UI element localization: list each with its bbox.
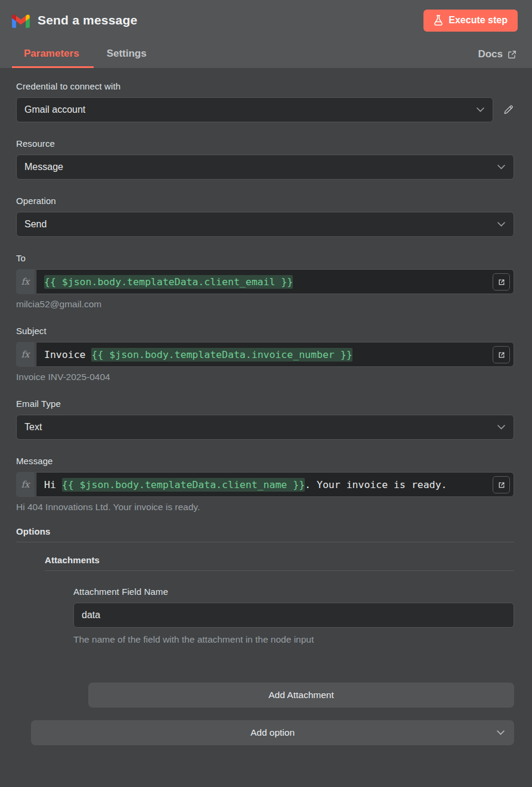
subject-expression-row: fx Invoice {{ $json.body.templateData.in…	[16, 342, 514, 367]
fx-label: fx	[21, 349, 29, 360]
operation-select[interactable]: Send	[16, 212, 514, 237]
field-to: To fx {{ $json.body.templateData.client_…	[16, 253, 514, 310]
subject-expression-input[interactable]: Invoice {{ $json.body.templateData.invoi…	[36, 342, 514, 367]
fx-label: fx	[21, 479, 29, 490]
field-email-type: Email Type Text	[16, 399, 514, 440]
expand-icon	[497, 351, 506, 359]
to-resolved-value: milcia52@gmail.com	[16, 299, 514, 310]
expand-expression-button[interactable]	[493, 346, 510, 363]
tab-settings-label: Settings	[107, 48, 147, 60]
to-label: To	[16, 253, 514, 263]
options-divider	[16, 542, 514, 542]
panel-header: Send a message Execute step Parameters S…	[0, 0, 532, 68]
message-expression-input[interactable]: Hi {{ $json.body.templateData.client_nam…	[36, 472, 514, 497]
tab-settings[interactable]: Settings	[94, 41, 160, 68]
add-attachment-button[interactable]: Add Attachment	[88, 683, 514, 708]
fx-toggle[interactable]: fx	[16, 472, 35, 497]
to-expression-input[interactable]: {{ $json.body.templateData.client_email …	[36, 269, 514, 294]
docs-link[interactable]: Docs	[478, 41, 518, 68]
subject-expression-token: {{ $json.body.templateData.invoice_numbe…	[91, 348, 352, 362]
fx-toggle[interactable]: fx	[16, 342, 35, 367]
add-option-label: Add option	[41, 727, 505, 738]
gmail-icon	[12, 13, 30, 29]
attachment-field-name-help: The name of the field with the attachmen…	[73, 634, 514, 645]
external-link-icon	[508, 50, 516, 59]
parameters-panel: Credential to connect with Gmail account…	[0, 68, 532, 745]
field-subject: Subject fx Invoice {{ $json.body.templat…	[16, 326, 514, 382]
attachments-header: Attachments	[45, 555, 514, 565]
operation-value: Send	[24, 219, 497, 230]
operation-label: Operation	[16, 196, 514, 206]
pencil-icon	[502, 104, 514, 116]
attachments-divider	[45, 570, 514, 571]
chevron-down-icon	[497, 222, 505, 227]
credential-label: Credential to connect with	[16, 81, 514, 91]
email-type-select[interactable]: Text	[16, 415, 514, 440]
tab-parameters-label: Parameters	[24, 48, 79, 60]
message-expression-text: Hi {{ $json.body.templateData.client_nam…	[44, 479, 447, 490]
credential-value: Gmail account	[24, 104, 477, 115]
message-expression-suffix: . Your invoice is ready.	[305, 479, 447, 490]
field-message: Message fx Hi {{ $json.body.templateData…	[16, 456, 514, 513]
field-resource: Resource Message	[16, 138, 514, 180]
to-expression-token: {{ $json.body.templateData.client_email …	[44, 275, 293, 289]
add-attachment-label: Add Attachment	[268, 690, 333, 700]
expand-expression-button[interactable]	[493, 476, 510, 493]
expand-icon	[497, 278, 506, 286]
message-expression-row: fx Hi {{ $json.body.templateData.client_…	[16, 472, 514, 497]
add-option-button[interactable]: Add option	[31, 720, 514, 745]
chevron-down-icon	[477, 107, 484, 112]
fx-label: fx	[21, 276, 29, 287]
subject-label: Subject	[16, 326, 514, 336]
edit-credential-button[interactable]	[502, 104, 514, 116]
expand-expression-button[interactable]	[493, 273, 510, 291]
chevron-down-icon	[497, 730, 505, 735]
email-type-value: Text	[24, 422, 497, 433]
docs-label: Docs	[478, 48, 503, 60]
attachments-collection: Attachments Attachment Field Name The na…	[45, 555, 514, 708]
subject-expression-text: Invoice {{ $json.body.templateData.invoi…	[44, 349, 352, 360]
subject-resolved-value: Invoice INV-2025-0404	[16, 372, 514, 382]
fx-toggle[interactable]: fx	[16, 269, 35, 294]
attachment-field-name-group: Attachment Field Name The name of the fi…	[73, 587, 514, 645]
message-expression-prefix: Hi	[44, 479, 62, 490]
resource-value: Message	[24, 162, 497, 172]
node-title: Send a message	[38, 13, 137, 27]
flask-icon	[434, 15, 443, 26]
attachment-field-name-label: Attachment Field Name	[73, 587, 514, 597]
expand-icon	[497, 481, 506, 489]
tab-parameters[interactable]: Parameters	[12, 41, 94, 68]
message-label: Message	[16, 456, 514, 466]
email-type-label: Email Type	[16, 399, 514, 409]
attachment-field-name-input[interactable]	[73, 603, 514, 628]
message-resolved-value: Hi 404 Innovations Ltd. Your invoice is …	[16, 502, 514, 513]
execute-step-label: Execute step	[449, 15, 508, 26]
options-section: Options Attachments Attachment Field Nam…	[16, 526, 514, 745]
header-title-row: Send a message Execute step	[12, 0, 518, 41]
execute-step-button[interactable]: Execute step	[423, 10, 518, 32]
node-details-panel: Send a message Execute step Parameters S…	[0, 0, 532, 787]
field-credential: Credential to connect with Gmail account	[16, 81, 514, 122]
to-expression-text: {{ $json.body.templateData.client_email …	[44, 276, 293, 288]
options-header: Options	[16, 526, 514, 536]
subject-expression-prefix: Invoice	[44, 349, 91, 360]
tab-bar: Parameters Settings Docs	[12, 41, 518, 68]
message-expression-token: {{ $json.body.templateData.client_name }…	[62, 478, 305, 492]
to-expression-row: fx {{ $json.body.templateData.client_ema…	[16, 269, 514, 294]
chevron-down-icon	[497, 165, 505, 169]
resource-select[interactable]: Message	[16, 155, 514, 180]
field-operation: Operation Send	[16, 196, 514, 237]
resource-label: Resource	[16, 138, 514, 149]
chevron-down-icon	[497, 425, 505, 430]
credential-select[interactable]: Gmail account	[16, 97, 493, 122]
